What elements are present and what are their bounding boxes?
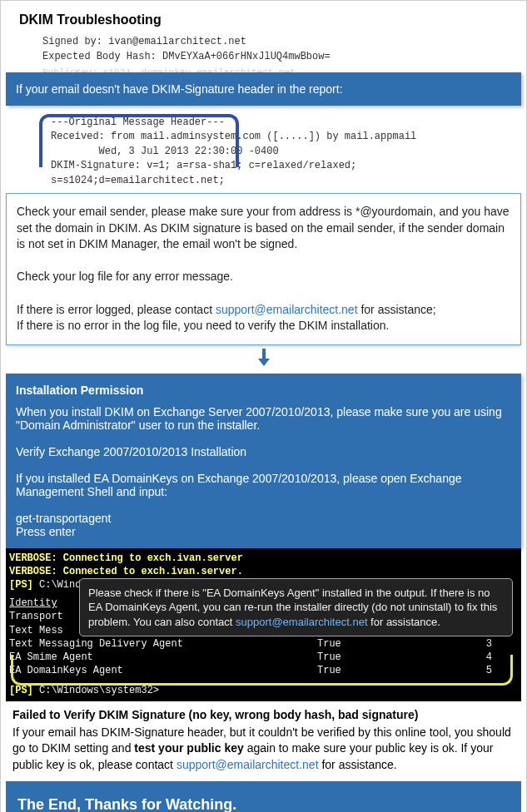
original-header-block: ---Original Message Header--- Received: … [11, 111, 516, 193]
info-paragraph: Check your log file for any error messag… [17, 269, 510, 285]
highlight-bracket [39, 114, 239, 167]
top-code-block: Signed by: ivan@emailarchitect.net Expec… [1, 34, 526, 67]
code-line: Signed by: ivan@emailarchitect.net [42, 34, 526, 49]
code-line: Expected Body Hash: DMvEYXaA+066rHNxJlUQ… [42, 49, 526, 64]
terminal-output: VERBOSE: Connecting to exch.ivan.server … [6, 548, 521, 701]
support-link[interactable]: support@emailarchitect.net [236, 616, 367, 628]
banner-text: Press enter [16, 525, 511, 538]
arrow-down-icon [1, 345, 526, 374]
page-container: DKIM Troubleshooting Signed by: ivan@ema… [0, 0, 527, 812]
code-line: s=s1024;d=emailarchitect.net; [51, 174, 511, 188]
end-banner: The End, Thanks for Watching. [6, 781, 521, 812]
yellow-highlight-outline [11, 655, 513, 686]
term-line: VERBOSE: Connecting to exch.ivan.server [9, 552, 518, 565]
banner-heading: Installation Permission [16, 384, 511, 397]
term-line: [PS] C:\Windows\system32> [9, 684, 518, 697]
page-title: DKIM Troubleshooting [1, 1, 526, 34]
failed-heading: Failed to Verify DKIM Signature (no key,… [12, 708, 515, 721]
info-paragraph: Check your email sender, please make sur… [17, 204, 510, 253]
support-link[interactable]: support@emailarchitect.net [176, 758, 319, 771]
support-link[interactable]: support@emailarchitect.net [216, 303, 358, 316]
banner-text: Verify Exchange 2007/2010/2013 Installat… [16, 445, 511, 458]
banner-no-header: If your email doesn't have DKIM-Signatur… [6, 72, 521, 106]
banner-text: If you installed EA DomainKeys on Exchan… [16, 472, 511, 498]
banner-text: If your email doesn't have DKIM-Signatur… [16, 82, 343, 96]
failed-text: If your email has DKIM-Signature header,… [12, 725, 515, 774]
term-line: VERBOSE: Connected to exch.ivan.server. [9, 565, 518, 578]
term-row: Text Messaging Delivery AgentTrue3 [9, 637, 518, 651]
info-paragraph: If there is no error in the log file, yo… [17, 318, 510, 334]
banner-text: get-transportagent [16, 512, 511, 525]
info-paragraph: If there is error logged, please contact… [17, 302, 510, 319]
banner-text: When you install DKIM on Exchange Server… [16, 405, 511, 432]
banner-installation-permission: Installation Permission When you install… [6, 374, 521, 548]
overlay-note: Please check if there is "EA DomainKeys … [79, 578, 513, 637]
info-box-check-sender: Check your email sender, please make sur… [6, 193, 521, 345]
